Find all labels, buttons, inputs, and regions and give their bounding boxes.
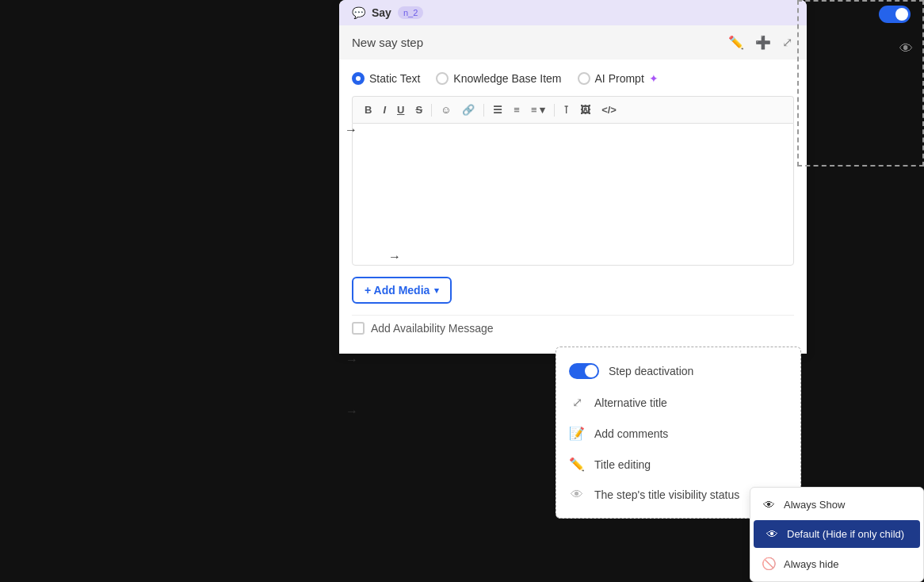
top-right-dashed-panel: 👁 — [797, 0, 924, 167]
toolbar-sep-1 — [431, 104, 432, 117]
expand-button[interactable]: ⤢ — [781, 33, 794, 52]
context-item-title-editing[interactable]: ✏️ Title editing — [556, 449, 800, 480]
arrow-2: → — [388, 250, 401, 264]
arrow-1: → — [345, 123, 357, 137]
radio-label-static: Static Text — [369, 72, 420, 85]
toolbar-align[interactable]: ≡ ▾ — [527, 101, 549, 118]
toolbar-code[interactable]: </> — [598, 101, 620, 118]
toolbar-emoji[interactable]: ☺ — [437, 101, 455, 118]
alt-title-icon: ⤢ — [569, 395, 585, 410]
pencil-icon: ✏️ — [569, 457, 585, 472]
context-item-alt-title[interactable]: ⤢ Alternative title — [556, 387, 800, 418]
radio-label-ai: AI Prompt — [595, 72, 644, 85]
visibility-toggle[interactable] — [879, 6, 911, 23]
availability-row: Add Availability Message — [352, 315, 794, 341]
eye-off-icon: 🚫 — [762, 557, 776, 571]
context-label-comments: Add comments — [594, 427, 668, 440]
radio-group: Static Text Knowledge Base Item AI Promp… — [352, 72, 794, 85]
eye-icon-button[interactable]: 👁 — [898, 40, 914, 59]
eye-default-icon: 👁 — [765, 527, 779, 541]
radio-label-kb: Knowledge Base Item — [453, 72, 561, 85]
editor-toolbar: B I U S ☺ 🔗 ☰ ≡ ≡ ▾ ⊺ 🖼 </> — [352, 96, 794, 123]
vis-item-default-hide[interactable]: 👁 Default (Hide if only child) — [754, 520, 920, 548]
toolbar-image[interactable]: 🖼 — [576, 101, 594, 118]
title-icons: ✏️ ➕ ⤢ — [727, 33, 794, 52]
edit-title-button[interactable]: ✏️ — [727, 33, 746, 52]
top-icons-row: 👁 — [898, 40, 914, 59]
toolbar-italic[interactable]: I — [379, 101, 390, 118]
eye-visibility-icon: 👁 — [569, 488, 585, 502]
radio-knowledge-base[interactable]: Knowledge Base Item — [436, 72, 561, 85]
context-item-comments[interactable]: 📝 Add comments — [556, 418, 800, 449]
sparkle-icon: ✦ — [649, 72, 659, 85]
add-media-button[interactable]: + Add Media ▾ — [352, 277, 452, 304]
context-label-title-editing: Title editing — [594, 458, 651, 471]
step-deactivation-toggle[interactable] — [569, 363, 599, 379]
arrow-4: → — [346, 404, 358, 419]
vis-label-always-show: Always Show — [784, 499, 845, 511]
toolbar-link[interactable]: 🔗 — [458, 101, 479, 118]
context-label-deactivation: Step deactivation — [609, 365, 693, 377]
availability-label: Add Availability Message — [371, 322, 494, 335]
radio-circle-kb — [436, 72, 449, 85]
toggle-knob — [895, 8, 908, 21]
visibility-submenu: 👁 Always Show 👁 Default (Hide if only ch… — [750, 487, 924, 582]
say-icon: 💬 — [352, 6, 365, 19]
availability-checkbox[interactable] — [352, 322, 365, 335]
context-label-title-visibility: The step's title visibility status — [594, 488, 739, 501]
toolbar-underline[interactable]: U — [393, 101, 408, 118]
say-label: Say — [372, 6, 391, 19]
vis-label-default-hide: Default (Hide if only child) — [787, 528, 904, 540]
radio-ai-prompt[interactable]: AI Prompt ✦ — [578, 72, 659, 85]
say-header: 💬 Say n_2 — [339, 0, 807, 25]
step-title: New say step — [352, 36, 423, 49]
step-title-bar: New say step ✏️ ➕ ⤢ — [339, 25, 807, 59]
toggle-knob-deactivation — [585, 365, 598, 377]
editor-body[interactable] — [352, 123, 794, 266]
say-panel: 💬 Say n_2 New say step ✏️ ➕ ⤢ Static Tex… — [339, 0, 807, 354]
toolbar-strikethrough[interactable]: S — [411, 101, 426, 118]
eye-always-show-icon: 👁 — [762, 498, 776, 511]
chevron-down-icon: ▾ — [434, 285, 439, 296]
vis-label-always-hide: Always hide — [784, 558, 838, 570]
comments-icon: 📝 — [569, 426, 585, 441]
toolbar-indent[interactable]: ⊺ — [559, 101, 573, 118]
toolbar-sep-3 — [554, 104, 555, 117]
add-comment-button[interactable]: ➕ — [754, 33, 773, 52]
context-label-alt-title: Alternative title — [594, 396, 667, 409]
say-badge: n_2 — [398, 6, 423, 19]
context-item-deactivation[interactable]: Step deactivation — [556, 355, 800, 387]
vis-item-always-show[interactable]: 👁 Always Show — [750, 491, 923, 519]
main-container: 💬 Say n_2 New say step ✏️ ➕ ⤢ Static Tex… — [0, 0, 924, 582]
toolbar-list-ordered[interactable]: ≡ — [510, 101, 524, 118]
vis-item-always-hide[interactable]: 🚫 Always hide — [750, 549, 923, 578]
radio-static-text[interactable]: Static Text — [352, 72, 420, 85]
radio-circle-ai — [578, 72, 590, 85]
toolbar-bold[interactable]: B — [361, 101, 376, 118]
radio-circle-static — [352, 72, 365, 85]
toggle-container — [879, 6, 911, 23]
toolbar-sep-2 — [483, 104, 484, 117]
content-area: Static Text Knowledge Base Item AI Promp… — [339, 59, 807, 354]
add-media-label: + Add Media — [365, 284, 430, 297]
toolbar-list-unordered[interactable]: ☰ — [489, 101, 506, 118]
arrow-3: → — [346, 353, 358, 367]
